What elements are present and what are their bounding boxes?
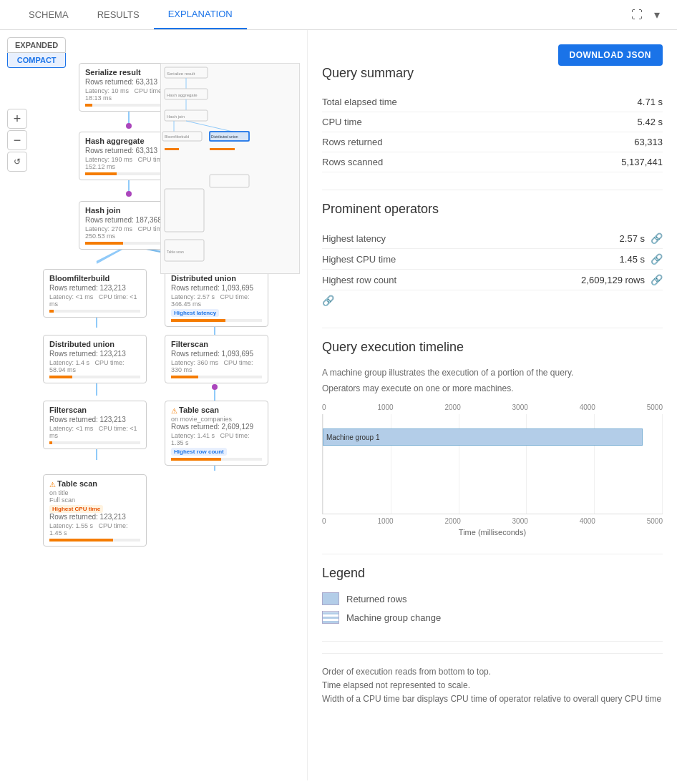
node-latency-bar xyxy=(171,458,262,461)
operator-row-cpu: Highest CPU time 1.45 s 🔗 xyxy=(322,249,663,270)
node-stats: Latency: 2.57 s CPU time: 346.45 ms xyxy=(171,293,262,308)
node-distributed-union-2[interactable]: Distributed union Rows returned: 123,213… xyxy=(43,335,147,383)
timeline-title: Query execution timeline xyxy=(322,340,663,355)
chevron-down-icon[interactable]: ▾ xyxy=(651,5,663,24)
divider-3 xyxy=(322,554,663,554)
node-stats: Latency: 1.55 s CPU time: 1.45 s xyxy=(49,522,140,536)
summary-value: 4.71 s xyxy=(638,97,663,107)
node-filterscan-2[interactable]: Filterscan Rows returned: 123,213 Latenc… xyxy=(43,401,147,449)
zoom-reset-btn[interactable]: ↺ xyxy=(7,152,27,172)
legend-label-returned-rows: Returned rows xyxy=(346,594,407,604)
node-badge: Highest row count xyxy=(171,448,227,456)
operator-row-row-count: Highest row count 2,609,129 rows 🔗 xyxy=(322,270,663,290)
node-subtitle: on movie_companies xyxy=(171,416,262,423)
summary-row-rows-returned: Rows returned 63,313 xyxy=(322,132,663,152)
compact-view-btn[interactable]: COMPACT xyxy=(7,53,66,68)
timeline-top-axis: 0 1000 2000 3000 4000 5000 xyxy=(322,403,663,411)
node-title: Distributed union xyxy=(171,274,262,283)
node-bloomfilter[interactable]: Bloomfilterbuild Rows returned: 123,213 … xyxy=(43,269,147,318)
summary-value: 5.42 s xyxy=(638,117,663,127)
node-latency-bar xyxy=(171,376,262,378)
link-icon[interactable]: 🔗 xyxy=(651,274,663,285)
svg-text:Hash aggregate: Hash aggregate xyxy=(167,93,198,97)
node-title: Distributed union xyxy=(49,340,140,348)
node-title: Table scan xyxy=(179,406,219,414)
main-layout: EXPANDED COMPACT + − ↺ xyxy=(0,30,677,780)
node-title: Table scan xyxy=(57,479,97,488)
node-stats: Latency: 1.41 s CPU time: 1.35 s xyxy=(171,432,262,446)
tab-bar: SCHEMA RESULTS EXPLANATION ⛶ ▾ xyxy=(0,0,677,30)
link-icon[interactable]: 🔗 xyxy=(651,253,663,265)
legend-color-machine-group xyxy=(322,611,339,624)
tab-explanation[interactable]: EXPLANATION xyxy=(154,0,247,29)
summary-row-cpu: CPU time 5.42 s xyxy=(322,112,663,132)
operator-value: 2,609,129 rows xyxy=(581,275,645,285)
svg-line-30 xyxy=(186,121,233,132)
zoom-out-btn[interactable]: − xyxy=(7,130,27,150)
summary-label: Rows returned xyxy=(322,137,383,147)
operator-value: 2.57 s xyxy=(620,233,645,244)
footer-note-3: Width of a CPU time bar displays CPU tim… xyxy=(322,692,663,706)
svg-text:Bloomfilterbuild: Bloomfilterbuild xyxy=(165,134,189,139)
tab-schema[interactable]: SCHEMA xyxy=(14,1,83,29)
node-table-scan-1[interactable]: ⚠ Table scan on movie_companies Rows ret… xyxy=(165,401,268,466)
timeline-chart: 0 1000 2000 3000 4000 5000 xyxy=(322,403,663,536)
node-latency-bar xyxy=(49,310,140,313)
timeline-x-label: Time (milliseconds) xyxy=(322,528,663,536)
svg-rect-40 xyxy=(165,148,179,150)
node-latency-bar xyxy=(49,539,140,542)
link-icon-extra[interactable]: 🔗 xyxy=(322,295,334,306)
timeline-desc1: A machine group illustrates the executio… xyxy=(322,366,663,379)
node-rows: Rows returned: 123,213 xyxy=(49,513,140,521)
footer-note-1: Order of execution reads from bottom to … xyxy=(322,665,663,679)
node-latency-bar xyxy=(171,319,262,322)
footer-note: Order of execution reads from bottom to … xyxy=(322,653,663,707)
operator-label: Highest CPU time xyxy=(322,254,620,265)
divider-1 xyxy=(322,190,663,190)
node-stats: Latency: 1.4 s CPU time: 58.94 ms xyxy=(49,359,140,373)
node-title: Bloomfilterbuild xyxy=(49,274,140,283)
prominent-operators-title: Prominent operators xyxy=(322,202,663,217)
node-stats: Latency: <1 ms CPU time: <1 ms xyxy=(49,425,140,439)
svg-text:Hash join: Hash join xyxy=(167,114,185,119)
node-rows: Rows returned: 123,213 xyxy=(49,416,140,423)
summary-row-rows-scanned: Rows scanned 5,137,441 xyxy=(322,152,663,172)
expanded-view-btn[interactable]: EXPANDED xyxy=(7,37,66,53)
node-filterscan-1[interactable]: Filterscan Rows returned: 1,093,695 Late… xyxy=(165,335,268,383)
node-rows: Rows returned: 2,609,129 xyxy=(171,423,262,431)
legend-color-returned-rows xyxy=(322,592,339,605)
legend-item-machine-group: Machine group change xyxy=(322,611,663,624)
node-title: Filterscan xyxy=(171,340,262,348)
node-latency-bar xyxy=(49,441,140,444)
zoom-in-btn[interactable]: + xyxy=(7,109,27,129)
node-badge: Highest CPU time xyxy=(49,505,103,513)
footer-note-2: Time elapsed not represented to scale. xyxy=(322,679,663,692)
node-table-scan-2[interactable]: ⚠ Table scan on title Full scan Highest … xyxy=(43,474,147,547)
download-json-btn[interactable]: DOWNLOAD JSON xyxy=(558,44,663,66)
node-title: Filterscan xyxy=(49,406,140,414)
minimap-inner: Serialize result Hash aggregate Hash joi… xyxy=(161,64,299,273)
node-stats: Latency: 360 ms CPU time: 330 ms xyxy=(171,359,262,373)
fullscreen-icon[interactable]: ⛶ xyxy=(628,5,646,24)
summary-label: Total elapsed time xyxy=(322,97,397,107)
node-distributed-union-1[interactable]: Distributed union Rows returned: 1,093,6… xyxy=(165,269,268,327)
node-badge: Highest latency xyxy=(171,309,219,317)
timeline-bottom-axis: 0 1000 2000 3000 4000 5000 xyxy=(322,517,663,525)
svg-text:Serialize result: Serialize result xyxy=(167,72,195,76)
node-rows: Rows returned: 1,093,695 xyxy=(171,284,262,292)
right-panel: DOWNLOAD JSON Query summary Total elapse… xyxy=(308,30,677,780)
node-rows: Rows returned: 1,093,695 xyxy=(171,350,262,358)
node-full-scan: Full scan xyxy=(49,496,140,504)
legend-label-machine-group: Machine group change xyxy=(346,612,441,623)
warning-icon: ⚠ xyxy=(171,407,177,415)
zoom-controls: + − ↺ xyxy=(7,109,27,172)
operator-row-latency: Highest latency 2.57 s 🔗 xyxy=(322,228,663,249)
timeline-bars: Machine group 1 xyxy=(322,414,663,514)
node-rows: Rows returned: 123,213 xyxy=(49,350,140,358)
query-summary-table: Total elapsed time 4.71 s CPU time 5.42 … xyxy=(322,92,663,172)
summary-value: 63,313 xyxy=(634,137,663,147)
link-icon[interactable]: 🔗 xyxy=(651,232,663,244)
machine-group-bar: Machine group 1 xyxy=(323,428,643,446)
tab-results[interactable]: RESULTS xyxy=(83,1,154,29)
view-toggle: EXPANDED COMPACT xyxy=(7,37,66,68)
